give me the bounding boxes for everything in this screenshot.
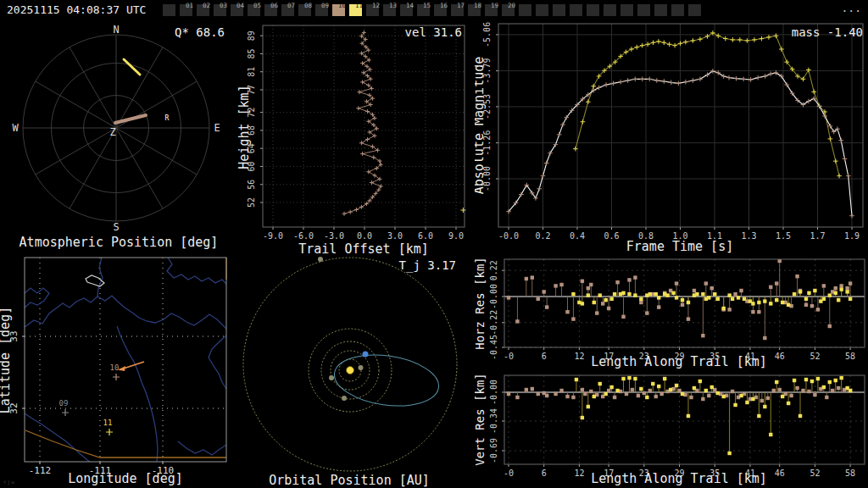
frame-box[interactable] [553, 4, 565, 16]
frame-box[interactable]: 15 [417, 2, 431, 16]
frame-box[interactable]: 20 [502, 2, 515, 16]
frame-box[interactable]: 11 [349, 2, 363, 16]
svg-text:0.0: 0.0 [357, 231, 372, 241]
frame-box[interactable] [637, 4, 650, 16]
svg-text:Z: Z [109, 126, 115, 138]
svg-text:13: 13 [389, 2, 397, 9]
corner-watermark: rjw [3, 479, 15, 485]
frame-box[interactable]: 19 [485, 2, 498, 16]
svg-text:-0.69: -0.69 [489, 438, 498, 463]
frame-box[interactable]: 13 [383, 2, 397, 16]
frame-box[interactable] [163, 4, 175, 16]
frame-box[interactable] [654, 4, 667, 16]
svg-text:-6.0: -6.0 [293, 231, 314, 241]
svg-text:11: 11 [355, 2, 363, 9]
svg-text:07: 07 [287, 2, 295, 9]
svg-text:0.22: 0.22 [489, 260, 498, 280]
svg-text:-0.22: -0.22 [489, 310, 498, 336]
frame-box[interactable]: 08 [298, 2, 312, 16]
svg-text:85: 85 [247, 48, 256, 58]
svg-text:9.0: 9.0 [448, 231, 464, 241]
frame-box[interactable]: 12 [366, 2, 380, 16]
horz-res-xlabel: Length Along Trail [km] [475, 354, 868, 369]
atmospheric-position-panel: NESWZR Q* 68.6 Atmospheric Position [deg… [0, 20, 237, 254]
svg-text:06: 06 [270, 2, 279, 9]
frame-strip[interactable]: 0102030405060708091011121314151617181920 [0, 0, 868, 20]
tisserand-value: T_j 3.17 [399, 258, 456, 272]
velocity-value: vel 31.6 [405, 25, 462, 39]
frame-box[interactable] [620, 4, 633, 16]
atmospheric-position-plot: NESWZR [0, 20, 237, 254]
svg-text:10: 10 [338, 2, 347, 9]
svg-text:10: 10 [110, 363, 120, 372]
overflow-menu[interactable]: ... [842, 2, 861, 14]
svg-text:01: 01 [186, 2, 193, 9]
svg-text:12: 12 [372, 2, 380, 9]
svg-text:18: 18 [474, 2, 482, 9]
svg-text:E: E [214, 122, 220, 134]
svg-text:03: 03 [220, 2, 227, 9]
svg-text:04: 04 [236, 2, 245, 9]
light-curve-panel: -0.00.20.40.60.81.01.11.31.51.71.9-5.06-… [475, 20, 868, 254]
svg-text:15: 15 [423, 2, 431, 9]
orbit-panel: T_j 3.17 Orbital Position [AU] [237, 254, 461, 488]
frame-box[interactable] [671, 4, 684, 16]
svg-text:-0.00: -0.00 [489, 380, 498, 405]
q-value: Q* 68.6 [175, 25, 225, 39]
svg-text:N: N [113, 24, 119, 36]
frame-box[interactable] [570, 4, 582, 16]
light-curve-plot: -0.00.20.40.60.81.01.11.31.51.71.9-5.06-… [475, 20, 868, 254]
frame-box[interactable]: 06 [264, 2, 278, 16]
svg-text:-9.0: -9.0 [263, 231, 283, 241]
frame-box[interactable] [587, 4, 599, 16]
frame-box[interactable]: 07 [281, 2, 295, 16]
svg-text:3.0: 3.0 [387, 231, 403, 241]
frame-box[interactable] [604, 4, 616, 16]
svg-text:S: S [113, 221, 119, 233]
svg-text:56: 56 [247, 180, 256, 190]
status-bar: 20251115 04:08:37 UTC 010203040506070809… [0, 0, 868, 20]
residuals-plot: -061217232935414652580.22-0.00-0.22-0.45… [475, 254, 868, 488]
svg-text:-0.34: -0.34 [489, 408, 498, 434]
svg-text:09: 09 [321, 2, 329, 9]
svg-text:19: 19 [491, 2, 498, 9]
frame-box[interactable]: 04 [231, 2, 244, 16]
frame-box[interactable]: 16 [434, 2, 448, 16]
svg-text:-5.06: -5.06 [482, 22, 492, 47]
svg-text:11: 11 [103, 419, 113, 427]
frame-box[interactable]: 01 [180, 2, 193, 16]
longitude-xlabel: Longitude [deg] [0, 471, 237, 486]
frame-box[interactable] [536, 4, 548, 16]
trail-offset-plot: -9.0-6.0-3.00.03.06.09.05256606468727781… [237, 20, 475, 254]
svg-text:Absolute Magnitude: Absolute Magnitude [475, 57, 487, 195]
svg-text:08: 08 [304, 2, 313, 9]
residuals-panel: -061217232935414652580.22-0.00-0.22-0.45… [475, 254, 868, 488]
svg-text:R: R [165, 114, 170, 122]
frame-box[interactable]: 17 [451, 2, 465, 16]
svg-text:02: 02 [203, 2, 210, 9]
atmospheric-xlabel: Atmospheric Position [deg] [0, 235, 237, 250]
frame-box[interactable]: 03 [214, 2, 227, 16]
frame-box[interactable]: 09 [315, 2, 329, 16]
svg-text:81: 81 [247, 67, 256, 77]
svg-text:16: 16 [440, 2, 448, 9]
orbit-plot [237, 254, 461, 488]
svg-text:14: 14 [406, 2, 415, 9]
svg-text:09: 09 [59, 399, 69, 408]
svg-text:52: 52 [247, 197, 256, 208]
svg-text:6.0: 6.0 [418, 231, 433, 241]
frame-box[interactable] [688, 4, 701, 16]
frame-box[interactable]: 02 [197, 2, 210, 16]
frame-time-xlabel: Frame Time [s] [475, 239, 868, 254]
frame-box[interactable] [519, 4, 531, 16]
svg-text:Vert Res [km]: Vert Res [km] [475, 373, 487, 466]
ground-map-plot: -112-111-1103332091011Latitude [deg] [0, 254, 237, 488]
frame-box[interactable]: 18 [468, 2, 481, 16]
svg-text:-0.00: -0.00 [489, 284, 498, 309]
frame-box[interactable]: 10 [332, 2, 346, 16]
frame-box[interactable]: 05 [248, 2, 261, 16]
ground-map-panel: -112-111-1103332091011Latitude [deg] Lon… [0, 254, 237, 488]
orbital-position-xlabel: Orbital Position [AU] [237, 473, 461, 488]
vert-res-xlabel: Length Along Trail [km] [475, 471, 868, 486]
frame-box[interactable]: 14 [400, 2, 414, 16]
